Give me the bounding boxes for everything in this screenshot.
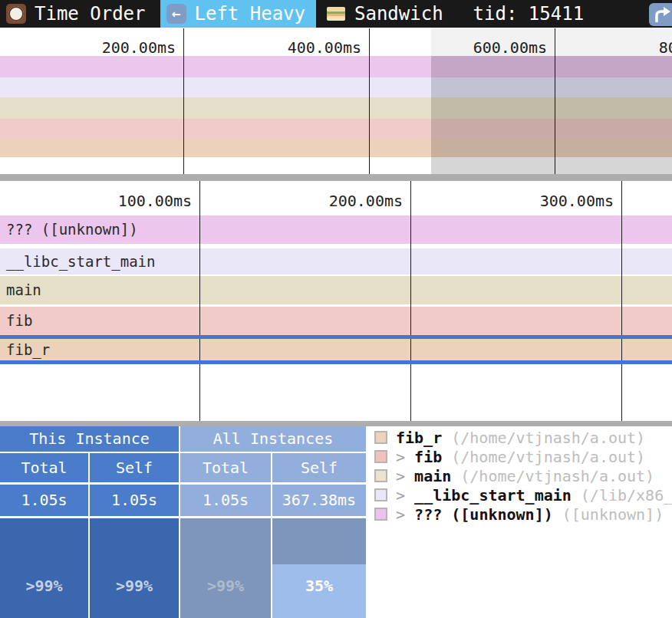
arrow-curve-up-icon — [652, 5, 672, 24]
selection-border-bottom — [0, 360, 672, 364]
arrow-left-icon: ← — [166, 4, 186, 24]
tid-label: tid: 15411 — [473, 3, 585, 25]
flamegraph-tick-label: 200.00ms — [329, 192, 403, 210]
callstack-frame-path: ([unknown]) — [562, 505, 664, 524]
frame-libc-start-main[interactable]: __libc_start_main — [0, 248, 672, 274]
stats-col-header: Self — [90, 453, 179, 482]
chevron-right-icon: > — [396, 448, 414, 466]
minimap-overview[interactable]: 200.00ms400.00ms600.00ms800.00ms — [0, 28, 672, 174]
stats-col-header: Total — [0, 453, 88, 482]
stats-percent-label: >99% — [180, 577, 271, 595]
frame-label: main — [0, 281, 41, 298]
callstack-frame-name: fib_r — [396, 429, 442, 447]
callstack-frame-path: (/lib/x86_ — [581, 486, 672, 505]
export-button[interactable] — [649, 3, 672, 26]
color-swatch-icon — [374, 431, 387, 444]
minimap-separator — [0, 174, 672, 181]
selection-border-top — [0, 335, 672, 339]
color-swatch-icon — [374, 450, 387, 463]
detail-panel: This InstanceAll InstancesTotalSelfTotal… — [0, 426, 672, 618]
frame-label: __libc_start_main — [0, 253, 155, 270]
stats-value: 1.05s — [90, 485, 179, 516]
minimap-tick-label: 400.00ms — [288, 38, 361, 57]
callstack-frame-name: __libc_start_main — [414, 486, 572, 505]
color-swatch-icon — [374, 469, 387, 482]
tab-label: Sandwich — [354, 0, 443, 28]
callstack-row-fib-r: fib_r(/home/vtjnash/a.out) — [367, 428, 672, 447]
profiler-app: Time Order←Left HeavySandwich tid: 15411… — [0, 0, 672, 618]
frame-fib-r[interactable]: fib_r — [0, 339, 672, 360]
callstack-frame-name: ??? ([unknown]) — [414, 505, 553, 524]
clock-icon — [6, 4, 26, 24]
tab-time-order[interactable]: Time Order — [0, 0, 156, 28]
stats-col-header: Total — [180, 453, 271, 482]
callstack-row-fib: > fib(/home/vtjnash/a.out) — [367, 447, 672, 466]
frame-unknown[interactable]: ??? ([unknown]) — [0, 215, 672, 244]
tab-sandwich[interactable]: Sandwich — [320, 0, 454, 28]
stats-percent-label: >99% — [90, 577, 179, 595]
stats-percent-label: >99% — [0, 577, 88, 595]
callstack-frame-path: (/home/vtjnash/a.out) — [451, 448, 645, 466]
minimap-gridline — [183, 28, 184, 174]
stats-percent-label: 35% — [272, 577, 366, 595]
color-swatch-icon — [374, 508, 387, 521]
stats-header-this-instance: This Instance — [0, 426, 179, 452]
chevron-right-icon: > — [396, 505, 414, 524]
stats-value: 1.05s — [0, 485, 88, 516]
flamegraph-gridline — [199, 181, 200, 421]
frame-fib[interactable]: fib — [0, 307, 672, 335]
color-swatch-icon — [374, 488, 387, 501]
flamegraph: ??? ([unknown])__libc_start_mainmainfibf… — [0, 181, 672, 421]
stats-percent-bar: >99% — [180, 518, 271, 618]
callstack-frame-name: main — [414, 467, 451, 485]
frame-label: fib_r — [0, 341, 50, 358]
stats-header-all-instances: All Instances — [180, 426, 366, 452]
callstack-frame-path: (/home/vtjnash/a.out) — [460, 467, 654, 485]
chevron-right-icon: > — [396, 486, 414, 505]
tab-label: Time Order — [35, 0, 146, 28]
minimap-dim-axis — [431, 28, 672, 56]
frame-main[interactable]: main — [0, 276, 672, 304]
minimap-gridline — [369, 28, 370, 174]
stats-table: This InstanceAll InstancesTotalSelfTotal… — [0, 426, 367, 618]
flamegraph-tick-label: 100.00ms — [118, 192, 192, 210]
frame-label: fib — [0, 312, 32, 329]
stats-value: 1.05s — [180, 485, 271, 516]
flamegraph-gridline — [410, 181, 411, 421]
chevron-right-icon: > — [396, 467, 414, 485]
minimap-tick-label: 200.00ms — [102, 38, 176, 57]
callstack-frame-name: fib — [414, 448, 442, 466]
tab-left-heavy[interactable]: ←Left Heavy — [160, 0, 317, 28]
toolbar: Time Order←Left HeavySandwich tid: 15411 — [0, 0, 672, 28]
minimap-dim-outside-viewport — [431, 56, 672, 174]
panel-separator — [0, 421, 672, 426]
flamegraph-tick-label: 300.00ms — [540, 192, 614, 210]
stats-col-header: Self — [272, 453, 366, 482]
callstack-row-main: > main(/home/vtjnash/a.out) — [367, 466, 672, 485]
stats-percent-bar: 35% — [272, 518, 366, 618]
flamegraph-gridline — [621, 181, 622, 421]
callstack-list: fib_r(/home/vtjnash/a.out)> fib(/home/vt… — [367, 426, 672, 618]
callstack-frame-path: (/home/vtjnash/a.out) — [451, 429, 645, 447]
callstack-row-libc-start-main: > __libc_start_main(/lib/x86_ — [367, 485, 672, 505]
stats-percent-bar: >99% — [90, 518, 179, 618]
tab-label: Left Heavy — [195, 0, 306, 28]
stats-percent-bar: >99% — [0, 518, 88, 618]
toolbar-tabs: Time Order←Left HeavySandwich — [0, 0, 458, 28]
callstack-row-unknown: > ??? ([unknown])([unknown]) — [367, 505, 672, 524]
sandwich-icon — [326, 4, 346, 24]
stats-value: 367.38ms — [272, 485, 366, 516]
frame-label: ??? ([unknown]) — [0, 221, 138, 238]
